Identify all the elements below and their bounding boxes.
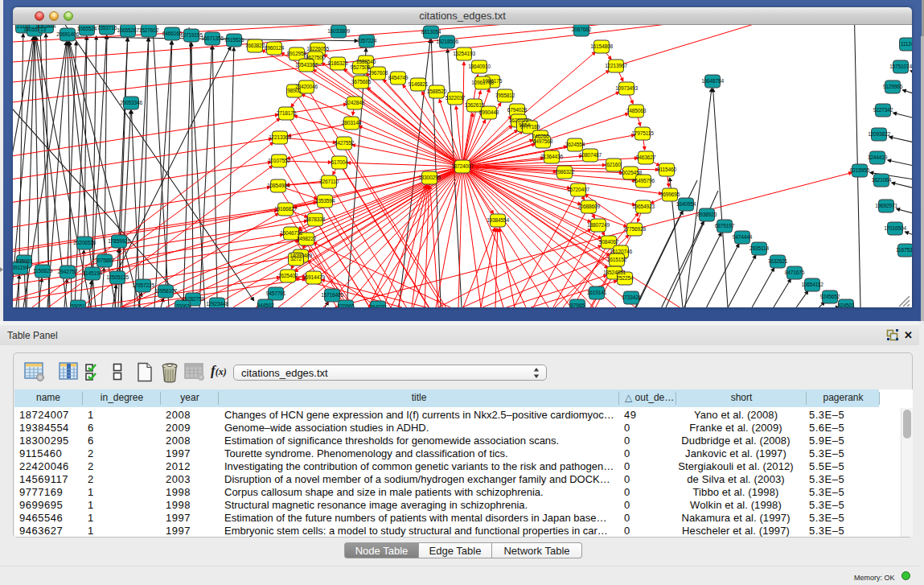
svg-text:17859928: 17859928 [108,238,130,244]
svg-text:11124: 11124 [901,41,912,47]
svg-text:2803144: 2803144 [342,120,362,126]
svg-text:2087682: 2087682 [572,27,592,32]
svg-text:9463627: 9463627 [636,154,656,160]
svg-text:7357224: 7357224 [357,38,377,43]
svg-text:7632621: 7632621 [768,258,788,264]
svg-text:1527602: 1527602 [139,27,159,33]
svg-text:8427552: 8427552 [335,140,355,146]
svg-text:7663822: 7663822 [245,43,265,48]
svg-text:13254193: 13254193 [453,51,475,56]
svg-text:8454749: 8454749 [388,75,409,80]
svg-text:10807487: 10807487 [579,152,602,158]
svg-text:1353594: 1353594 [315,198,335,204]
svg-text:6879197: 6879197 [715,223,735,229]
svg-text:12093822: 12093822 [868,131,890,137]
svg-text:19654923: 19654923 [632,204,655,209]
svg-text:21364436: 21364436 [540,154,563,159]
svg-text:15716485: 15716485 [321,292,343,298]
svg-text:7485063: 7485063 [626,108,647,113]
svg-text:3675685: 3675685 [351,79,372,84]
svg-text:18640910: 18640910 [468,64,491,69]
svg-text:870965: 870965 [338,303,355,307]
svg-text:10025458: 10025458 [619,170,642,175]
svg-text:9146821: 9146821 [409,81,429,87]
svg-text:12213369: 12213369 [269,134,291,140]
svg-text:924501: 924501 [838,303,855,307]
svg-text:3272: 3272 [290,256,302,262]
svg-text:2967608: 2967608 [368,70,388,76]
svg-text:17957225: 17957225 [132,282,154,288]
svg-text:6794028: 6794028 [507,107,528,113]
svg-text:10958107: 10958107 [154,288,177,294]
svg-text:1588546: 1588546 [356,59,376,64]
svg-text:1615152: 1615152 [607,257,627,262]
svg-text:18524851: 18524851 [603,270,626,275]
svg-text:16495796: 16495796 [632,178,655,183]
svg-text:2942757: 2942757 [58,269,78,274]
svg-text:1167531: 1167531 [896,247,912,253]
svg-text:10854984: 10854984 [267,183,290,188]
svg-text:9084067: 9084067 [599,239,619,245]
svg-text:19384554: 19384554 [487,217,509,223]
svg-text:10107552: 10107552 [268,158,290,163]
svg-text:264033: 264033 [370,304,387,307]
svg-text:6466160: 6466160 [162,31,183,36]
svg-text:8215955: 8215955 [850,167,870,173]
svg-text:9242848: 9242848 [345,100,365,105]
svg-text:18724007: 18724007 [451,163,474,169]
svg-text:19218506: 19218506 [436,39,458,44]
svg-text:13226055: 13226055 [306,46,329,51]
svg-text:20053346: 20053346 [120,100,142,105]
svg-text:1145194: 1145194 [83,270,102,276]
svg-text:7515526: 7515526 [224,37,244,43]
svg-text:1640954: 1640954 [676,201,696,207]
svg-text:9245652: 9245652 [820,294,840,299]
svg-text:8186323: 8186323 [328,60,348,66]
svg-text:9457791: 9457791 [266,290,286,296]
svg-text:835061: 835061 [16,258,33,264]
svg-text:16671355: 16671355 [201,35,224,41]
svg-text:8813054: 8813054 [421,29,441,35]
svg-text:8960124: 8960124 [265,45,285,51]
svg-text:9063444: 9063444 [36,25,56,29]
svg-text:16782759: 16782759 [182,296,204,302]
svg-text:1733426: 1733426 [622,295,642,300]
svg-text:15751074: 15751074 [889,64,912,69]
svg-text:1065524: 1065524 [77,26,97,31]
svg-text:10655287: 10655287 [117,27,139,33]
svg-text:1621064: 1621064 [872,177,892,183]
svg-text:1156829: 1156829 [33,268,52,274]
svg-text:15720407: 15720407 [567,187,589,192]
svg-text:7986322: 7986322 [555,169,575,175]
svg-text:17756928: 17756928 [623,226,646,232]
svg-text:10688609: 10688609 [577,204,600,209]
svg-text:8471676: 8471676 [785,270,805,275]
svg-text:19692971: 19692971 [875,203,897,208]
svg-text:6497568: 6497568 [533,138,553,144]
svg-text:9777169: 9777169 [520,124,540,130]
svg-text:8878334: 8878334 [306,216,326,222]
svg-text:8912954: 8912954 [287,51,307,56]
svg-text:20691406: 20691406 [56,31,79,37]
svg-text:3624554: 3624554 [565,142,585,147]
svg-text:9227342: 9227342 [873,107,893,113]
svg-text:8990448: 8990448 [479,109,499,115]
svg-text:9129966: 9129966 [883,84,903,89]
svg-text:87965: 87965 [570,303,585,307]
svg-text:9115460: 9115460 [657,167,676,172]
svg-text:1588520: 1588520 [427,89,447,94]
svg-text:12213967: 12213967 [605,63,627,68]
svg-text:2935114: 2935114 [749,245,769,251]
svg-text:10961768: 10961768 [471,80,494,85]
svg-text:617004: 617004 [331,159,348,165]
svg-text:9474444: 9474444 [733,234,753,240]
svg-text:62160: 62160 [606,162,621,167]
svg-text:12923448: 12923448 [206,301,228,307]
svg-text:944502: 944502 [257,303,274,307]
svg-text:8938923: 8938923 [697,212,717,217]
svg-text:18807249: 18807249 [587,222,610,228]
svg-text:1244419: 1244419 [868,154,888,160]
svg-text:252254: 252254 [617,275,634,281]
svg-text:3267110: 3267110 [319,179,339,184]
svg-text:9627500: 9627500 [306,55,326,60]
